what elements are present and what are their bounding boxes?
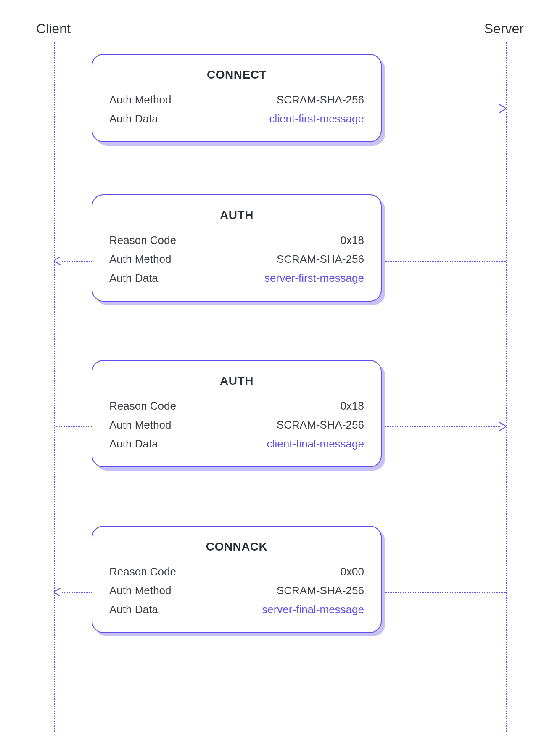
field-value: 0x18 (341, 400, 364, 413)
field-row: Auth Method SCRAM-SHA-256 (109, 253, 364, 266)
field-value: SCRAM-SHA-256 (277, 584, 364, 597)
field-value: SCRAM-SHA-256 (277, 93, 364, 106)
field-key: Auth Method (109, 418, 171, 432)
field-row: Auth Method SCRAM-SHA-256 (109, 93, 364, 106)
message-title: CONNACK (109, 540, 364, 553)
field-key: Auth Data (109, 437, 158, 450)
field-row: Auth Data server-final-message (109, 603, 364, 616)
message-card-connect: CONNECT Auth Method SCRAM-SHA-256 Auth D… (92, 54, 382, 142)
field-key: Auth Data (109, 603, 158, 616)
field-value-link[interactable]: server-first-message (264, 272, 364, 285)
message-card-connack: CONNACK Reason Code 0x00 Auth Method SCR… (92, 526, 382, 633)
field-row: Auth Method SCRAM-SHA-256 (109, 418, 364, 432)
field-row: Auth Data server-first-message (109, 272, 364, 285)
field-value: 0x18 (341, 234, 364, 247)
server-lifeline (506, 42, 507, 732)
field-key: Auth Method (109, 93, 171, 106)
field-key: Auth Data (109, 112, 158, 125)
participant-server-label: Server (484, 21, 524, 37)
arrow-segment (55, 109, 92, 109)
field-row: Auth Data client-final-message (109, 437, 364, 450)
field-value-link[interactable]: client-first-message (269, 112, 364, 125)
field-key: Auth Method (109, 253, 171, 266)
field-value: 0x00 (341, 565, 364, 578)
arrow-segment (385, 592, 506, 593)
arrow-segment (61, 592, 92, 593)
field-key: Reason Code (109, 234, 176, 247)
participant-client-label: Client (36, 21, 71, 37)
field-row: Reason Code 0x00 (109, 565, 364, 578)
field-row: Auth Data client-first-message (109, 112, 364, 125)
arrow-segment (61, 261, 92, 262)
arrow-segment (55, 426, 92, 427)
arrow-segment (385, 109, 500, 109)
message-card-auth-2: AUTH Reason Code 0x18 Auth Method SCRAM-… (92, 360, 382, 467)
field-key: Auth Method (109, 584, 171, 597)
client-lifeline (54, 42, 55, 732)
message-title: AUTH (109, 209, 364, 222)
message-card-auth-1: AUTH Reason Code 0x18 Auth Method SCRAM-… (92, 194, 382, 302)
field-key: Auth Data (109, 272, 158, 285)
field-row: Auth Method SCRAM-SHA-256 (109, 584, 364, 597)
field-value-link[interactable]: server-final-message (262, 603, 364, 616)
message-title: CONNECT (109, 68, 364, 82)
field-key: Reason Code (109, 400, 176, 413)
field-row: Reason Code 0x18 (109, 400, 364, 413)
field-row: Reason Code 0x18 (109, 234, 364, 247)
field-value: SCRAM-SHA-256 (277, 418, 364, 432)
arrow-segment (385, 261, 506, 262)
field-value: SCRAM-SHA-256 (277, 253, 364, 266)
message-title: AUTH (109, 374, 364, 388)
field-key: Reason Code (109, 565, 176, 578)
field-value-link[interactable]: client-final-message (267, 437, 364, 450)
arrow-segment (385, 426, 500, 427)
